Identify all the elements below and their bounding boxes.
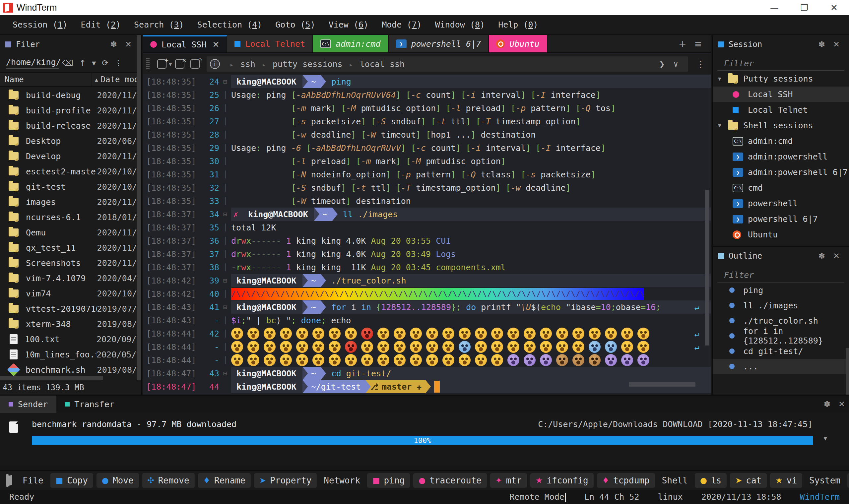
file-row[interactable]: qx_test_112020/11/ xyxy=(0,240,137,255)
file-row[interactable]: Develop2020/11/ xyxy=(0,148,137,164)
gutter-line-number[interactable]: 39 xyxy=(202,276,219,286)
toolbar-button-property[interactable]: ➤Property xyxy=(254,473,317,488)
new-tab-plus-icon[interactable]: + xyxy=(674,38,690,49)
close-session-icon[interactable] xyxy=(175,59,184,69)
tab-local-ssh[interactable]: Local SSH✕ xyxy=(143,35,227,52)
drag-handle-icon[interactable] xyxy=(146,58,149,70)
session-tree-item-putty-sessions[interactable]: ▼Putty sessions xyxy=(713,71,849,87)
expand-arrow-icon[interactable]: ▼ xyxy=(718,122,728,129)
tab-list-icon[interactable]: ≡ xyxy=(690,38,706,49)
sender-close-icon[interactable]: ✕ xyxy=(834,399,849,409)
toolbar-button-rename[interactable]: ♦Rename xyxy=(198,473,251,488)
file-row[interactable]: benchmark.sh2019/08/ xyxy=(0,362,137,377)
toolbar-button-ls[interactable]: ●ls xyxy=(695,473,727,488)
session-tree-item-powershell-6-7[interactable]: ❯powershell 6|7 xyxy=(713,211,849,227)
toolbar-button-reboot[interactable]: ■reboot xyxy=(847,473,849,488)
file-row[interactable]: build-debug2020/11/ xyxy=(0,88,137,103)
session-tree-item-admin-cmd[interactable]: C:\admin:cmd xyxy=(713,133,849,149)
file-manager-icon[interactable] xyxy=(6,474,8,487)
terminal-line[interactable]: Usage: ping -6 [-aAbBdDfhLnOqrRUvV] [-c … xyxy=(231,141,711,155)
file-row[interactable]: ncurses-6.12018/01/ xyxy=(0,210,137,225)
fold-marker-icon[interactable]: ⊟ xyxy=(219,77,231,86)
toolbar-button-move[interactable]: ●Move xyxy=(96,473,139,488)
filer-close-icon[interactable]: ✕ xyxy=(121,40,136,49)
gutter-line-number[interactable]: 37 xyxy=(202,249,219,259)
gutter-line-number[interactable]: 24 xyxy=(202,77,219,87)
menu-item-mode[interactable]: Mode (7) xyxy=(375,20,428,30)
gutter-line-number[interactable]: 40 xyxy=(202,289,219,299)
path-dropdown-icon[interactable]: ▼ xyxy=(89,60,99,66)
terminal-horizontal-scrollbar[interactable] xyxy=(629,382,696,386)
file-row[interactable]: build-profile2020/11/ xyxy=(0,103,137,118)
gutter-line-number[interactable]: 30 xyxy=(202,157,219,166)
terminal-line[interactable]: [-W timeout] destination xyxy=(231,194,711,208)
gutter-line-number[interactable]: 43 xyxy=(202,369,219,378)
gutter-line-number[interactable]: 27 xyxy=(202,117,219,126)
terminal-line[interactable]: [-S sndbuf] [-t ttl] [-T timestamp_optio… xyxy=(231,181,711,194)
right-panel-scrollbar[interactable] xyxy=(846,348,849,395)
toolbar-button-remove[interactable]: ✣Remove xyxy=(142,473,195,488)
outline-item[interactable]: cd git-test/ xyxy=(713,343,849,359)
gutter-line-number[interactable]: - xyxy=(202,356,219,365)
terminal-line[interactable]: [-s packetsize] [-S sndbuf] [-t ttl] [-T… xyxy=(231,115,711,128)
terminal-line[interactable]: king@MACBOOK~ping xyxy=(231,75,711,88)
tab-powershell-6-7[interactable]: ❯powershell 6|7 xyxy=(389,35,489,52)
outline-item[interactable]: for i in {128512..128589} xyxy=(713,328,849,343)
gutter-line-number[interactable]: 36 xyxy=(202,236,219,246)
terminal-line[interactable]: /\/\/\/\/\/\/\/\/\/\/\/\/\/\/\/\/\/\/\/\… xyxy=(231,287,711,301)
tab-ubuntu[interactable]: Ubuntu xyxy=(489,35,547,52)
file-row[interactable]: 10m_lines_foo.t…2020/05/ xyxy=(0,347,137,362)
filer-menu-kebab-icon[interactable]: ⋮ xyxy=(111,58,125,68)
menu-item-search[interactable]: Search (3) xyxy=(127,20,191,30)
gutter-line-number[interactable]: 31 xyxy=(202,170,219,179)
menu-item-selection[interactable]: Selection (4) xyxy=(191,20,269,30)
gutter-line-number[interactable]: 33 xyxy=(202,196,219,206)
gutter-line-number[interactable]: 34 xyxy=(202,210,219,219)
terminal-line[interactable]: total 12K xyxy=(231,221,711,234)
gutter-line-number[interactable]: 28 xyxy=(202,130,219,140)
breadcrumb-item[interactable]: ssh xyxy=(240,59,255,69)
file-row[interactable]: Screenshots2020/11/ xyxy=(0,255,137,271)
terminal-line[interactable]: ↵ xyxy=(231,340,711,354)
terminal-line[interactable]: [-N nodeinfo_option] [-p pattern] [-Q tc… xyxy=(231,168,711,181)
session-tree-item-local-ssh[interactable]: Local SSH xyxy=(713,87,849,102)
up-directory-icon[interactable]: ↑ xyxy=(76,58,89,68)
terminal-line[interactable]: king@MACBOOK~for i in {128512..128589}; … xyxy=(231,301,711,314)
sender-settings-gear-icon[interactable]: ✽ xyxy=(820,399,834,409)
gutter-line-number[interactable]: 29 xyxy=(202,143,219,153)
session-close-icon[interactable]: ✕ xyxy=(829,40,844,49)
status-mode[interactable]: Remote Mode xyxy=(509,492,566,502)
menu-item-goto[interactable]: Goto (5) xyxy=(269,20,322,30)
backspace-icon[interactable]: ⌫ xyxy=(59,58,76,68)
session-filter-input[interactable]: Filter xyxy=(717,54,844,71)
download-expand-icon[interactable]: ▼ xyxy=(824,435,827,442)
file-row[interactable]: git-test2020/10/ xyxy=(0,179,137,194)
file-row[interactable]: Desktop2020/06/ xyxy=(0,133,137,148)
minimize-button[interactable]: — xyxy=(759,0,789,15)
tab-close-icon[interactable]: ✕ xyxy=(212,40,219,49)
sender-tab-transfer[interactable]: Transfer xyxy=(56,396,123,413)
terminal-line[interactable]: drwx------ 1 king king 4.0K Aug 20 03:55… xyxy=(231,234,711,247)
terminal-line[interactable]: king@MACBOOK~cd git-test/ xyxy=(231,367,711,380)
filer-vertical-scrollbar[interactable] xyxy=(137,35,141,380)
file-row[interactable]: esctest2-master2020/10/ xyxy=(0,164,137,179)
session-tree-item-local-telnet[interactable]: Local Telnet xyxy=(713,102,849,118)
terminal-vertical-scrollbar[interactable] xyxy=(705,190,709,345)
terminal-line[interactable]: [-w deadline] [-W timeout] [hop1 ...] de… xyxy=(231,128,711,141)
gutter-line-number[interactable]: - xyxy=(202,342,219,352)
menu-item-view[interactable]: View (6) xyxy=(322,20,375,30)
refresh-icon[interactable]: ⟳ xyxy=(99,58,111,68)
terminal-screen[interactable]: [18:48:35]24⊟king@MACBOOK~ping[18:48:35]… xyxy=(143,75,711,395)
run-chevron-icon[interactable]: ❯ xyxy=(659,59,665,70)
gutter-line-number[interactable]: 41 xyxy=(202,302,219,312)
breadcrumb-item[interactable]: putty sessions xyxy=(273,59,343,69)
file-row[interactable]: vim742020/10/ xyxy=(0,286,137,301)
terminal-line[interactable]: drwx------ 1 king king 4.0K Aug 20 03:49… xyxy=(231,247,711,260)
breadcrumb-item[interactable]: local ssh xyxy=(360,59,404,69)
column-header-name[interactable]: Name xyxy=(0,75,92,84)
session-tree-item-ubuntu[interactable]: Ubuntu xyxy=(713,227,849,242)
fold-marker-icon[interactable]: ⊟ xyxy=(219,303,231,311)
terminal-line[interactable]: ↵ xyxy=(231,327,711,340)
terminal-line[interactable]: king@MACBOOK~./true_color.sh xyxy=(231,274,711,287)
gutter-line-number[interactable]: 38 xyxy=(202,263,219,272)
